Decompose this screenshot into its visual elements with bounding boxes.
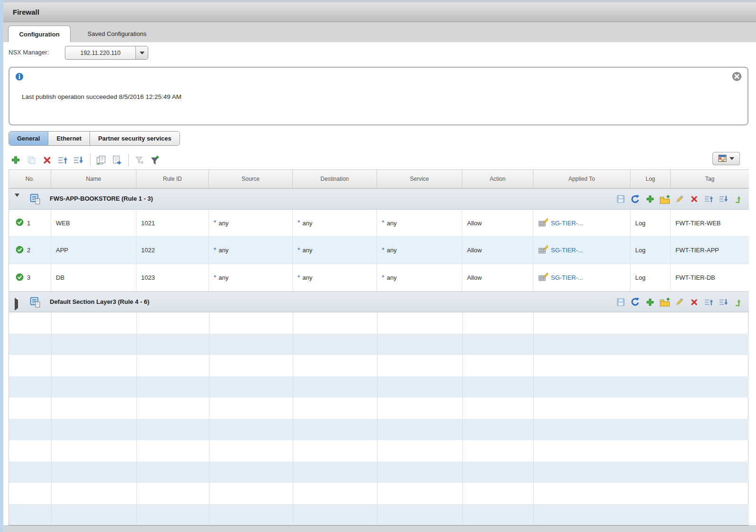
column-header-log[interactable]: Log xyxy=(630,170,671,188)
bottom-scroll-area xyxy=(3,525,756,532)
add-rule-icon[interactable] xyxy=(645,194,655,204)
merge-section-icon[interactable] xyxy=(733,297,743,307)
tab-configuration[interactable]: Configuration xyxy=(8,26,71,42)
rule-name-cell: WEB xyxy=(51,210,136,236)
move-rule-down-icon[interactable] xyxy=(71,153,85,167)
column-header-destination[interactable]: Destination xyxy=(293,170,377,188)
table-header-row: No. Name Rule ID Source Destination Serv… xyxy=(9,169,749,188)
column-header-name[interactable]: Name xyxy=(51,170,136,188)
publish-status-banner: Last publish operation succeeded 8/5/201… xyxy=(9,67,748,125)
rule-action-cell[interactable]: Allow xyxy=(462,210,533,236)
rule-action-cell[interactable]: Allow xyxy=(462,237,533,264)
rule-applied-to-cell: SG-TIER-... xyxy=(533,237,630,264)
add-section-icon[interactable] xyxy=(659,194,670,204)
add-rule-icon[interactable] xyxy=(9,153,23,167)
column-header-rule-id[interactable]: Rule ID xyxy=(136,170,209,188)
column-header-service[interactable]: Service xyxy=(377,170,462,188)
move-section-down-icon[interactable] xyxy=(718,194,729,204)
section-header-default-section-layer3[interactable]: Default Section Layer3 (Rule 4 - 6) xyxy=(9,292,749,312)
firewall-type-subtabs: General Ethernet Partner security servic… xyxy=(9,131,180,146)
delete-section-icon[interactable] xyxy=(689,297,699,307)
column-header-tag[interactable]: Tag xyxy=(671,170,749,188)
subtab-ethernet[interactable]: Ethernet xyxy=(48,132,90,145)
rule-destination-cell[interactable]: *any xyxy=(293,210,377,236)
section-actions xyxy=(615,292,743,312)
section-title: FWS-APP-BOOKSTORE (Rule 1 - 3) xyxy=(50,195,153,202)
delete-rule-icon[interactable] xyxy=(40,153,54,167)
section-icon xyxy=(30,194,41,206)
tab-saved-configurations[interactable]: Saved Configurations xyxy=(74,26,160,42)
rule-destination-cell[interactable]: *any xyxy=(293,237,377,264)
subtab-partner-security-services[interactable]: Partner security services xyxy=(90,132,180,145)
rule-source-cell[interactable]: *any xyxy=(209,264,293,291)
applied-to-link[interactable]: SG-TIER-... xyxy=(551,274,583,281)
rule-source-cell[interactable]: *any xyxy=(209,237,293,264)
rule-source-cell[interactable]: *any xyxy=(209,210,293,236)
refresh-section-icon[interactable] xyxy=(630,297,640,307)
tab-configuration-label: Configuration xyxy=(19,31,59,38)
move-rule-up-icon[interactable] xyxy=(55,153,70,167)
column-header-action[interactable]: Action xyxy=(462,170,533,188)
rule-action-cell[interactable]: Allow xyxy=(462,264,533,291)
export-configuration-icon[interactable] xyxy=(109,153,124,167)
export-section-icon[interactable] xyxy=(615,194,626,204)
subtab-general[interactable]: General xyxy=(9,132,48,145)
delete-section-icon[interactable] xyxy=(689,194,699,204)
toolbar-separator xyxy=(128,154,129,167)
clear-filter-icon[interactable] xyxy=(132,153,146,167)
section-header-fws-app-bookstore[interactable]: FWS-APP-BOOKSTORE (Rule 1 - 3) xyxy=(9,188,749,210)
rule-log-cell[interactable]: Log xyxy=(630,264,671,291)
subtab-general-label: General xyxy=(17,135,40,142)
rule-valid-icon xyxy=(16,218,24,228)
rule-name-cell: APP xyxy=(51,237,136,264)
move-section-down-icon[interactable] xyxy=(718,297,729,307)
applied-to-link[interactable]: SG-TIER-... xyxy=(551,220,583,227)
rule-service-cell[interactable]: *any xyxy=(377,264,462,291)
move-section-up-icon[interactable] xyxy=(703,194,714,204)
any-marker: * xyxy=(214,274,216,281)
rule-destination-cell[interactable]: *any xyxy=(293,264,377,291)
expand-section-icon[interactable] xyxy=(15,300,18,309)
rule-name-cell: DB xyxy=(51,264,136,291)
rule-service-cell[interactable]: *any xyxy=(377,237,462,264)
add-section-icon[interactable] xyxy=(659,297,670,307)
nsx-manager-dropdown[interactable]: 192.11.220.110 xyxy=(65,46,148,60)
security-group-icon xyxy=(538,218,548,229)
grid-line xyxy=(462,312,463,525)
table-row-rule-2[interactable]: 2 APP 1022 *any *any *any Allow SG-TIER-… xyxy=(9,237,749,264)
applied-to-link[interactable]: SG-TIER-... xyxy=(551,247,583,254)
section-icon xyxy=(30,297,41,310)
grid-line xyxy=(377,312,378,525)
table-row-rule-1[interactable]: 1 WEB 1021 *any *any *any Allow SG-TIER-… xyxy=(9,210,749,237)
move-section-up-icon[interactable] xyxy=(703,297,714,307)
column-header-no[interactable]: No. xyxy=(9,170,51,188)
table-row-rule-3[interactable]: 3 DB 1023 *any *any *any Allow SG-TIER-.… xyxy=(9,264,749,292)
any-marker: * xyxy=(297,219,300,226)
column-header-source[interactable]: Source xyxy=(209,170,293,188)
edit-section-icon[interactable] xyxy=(674,194,684,204)
empty-row xyxy=(9,440,749,461)
close-icon[interactable] xyxy=(732,71,742,83)
copy-rule-icon[interactable] xyxy=(24,153,38,167)
rule-valid-icon xyxy=(16,273,24,283)
export-section-icon[interactable] xyxy=(615,297,626,307)
page-title: Firewall xyxy=(13,8,39,16)
refresh-section-icon[interactable] xyxy=(630,194,640,204)
edit-section-icon[interactable] xyxy=(674,297,684,307)
apply-filter-icon[interactable] xyxy=(148,153,162,167)
column-header-applied-to[interactable]: Applied To xyxy=(533,170,630,188)
grid-line xyxy=(209,312,209,525)
merge-section-icon[interactable] xyxy=(733,194,743,204)
any-marker: * xyxy=(382,274,384,281)
chevron-down-icon[interactable] xyxy=(135,46,148,59)
add-rule-icon[interactable] xyxy=(645,297,655,307)
section-actions xyxy=(615,189,743,209)
rule-log-cell[interactable]: Log xyxy=(630,237,671,264)
load-configuration-icon[interactable] xyxy=(94,153,108,167)
rule-service-cell[interactable]: *any xyxy=(377,210,462,236)
collapse-section-icon[interactable] xyxy=(15,197,19,205)
column-chooser-button[interactable] xyxy=(712,152,740,165)
tab-saved-configurations-label: Saved Configurations xyxy=(88,30,146,37)
any-marker: * xyxy=(382,246,384,254)
rule-log-cell[interactable]: Log xyxy=(630,210,671,236)
